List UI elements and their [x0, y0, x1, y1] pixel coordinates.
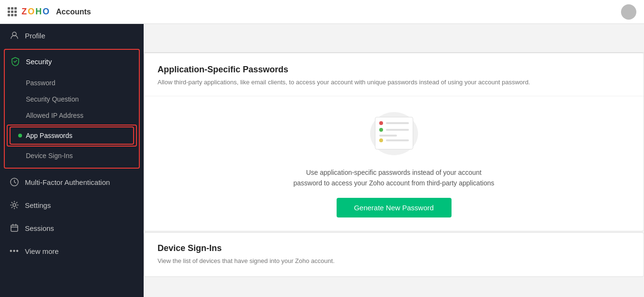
app-passwords-label: App Passwords — [26, 132, 72, 139]
device-signins-card: Device Sign-Ins View the list of devices… — [144, 232, 644, 277]
svg-point-2 — [13, 204, 16, 206]
sidebar: Profile Security Password Security Quest… — [0, 24, 144, 297]
device-signins-title: Device Sign-Ins — [158, 243, 630, 253]
active-dot — [18, 134, 22, 137]
avatar[interactable] — [621, 4, 636, 20]
sidebar-item-security-question[interactable]: Security Question — [5, 91, 139, 107]
topnav-left: ZOHO Accounts — [8, 7, 91, 17]
sidebar-item-profile[interactable]: Profile — [0, 24, 144, 47]
illustration — [365, 110, 423, 158]
settings-label: Settings — [25, 201, 51, 209]
card-body: Use application-specific passwords inste… — [144, 96, 644, 231]
grid-icon[interactable] — [8, 7, 17, 16]
sidebar-profile-label: Profile — [25, 32, 45, 40]
mfa-icon — [10, 177, 19, 187]
sessions-icon — [10, 223, 19, 233]
sidebar-item-app-passwords[interactable]: App Passwords — [10, 126, 134, 145]
app-title: Accounts — [56, 8, 91, 16]
sidebar-item-password[interactable]: Password — [5, 75, 139, 91]
security-section: Security Password Security Question Allo… — [4, 49, 140, 169]
card-description: Use application-specific passwords inste… — [294, 167, 495, 189]
sidebar-item-mfa[interactable]: Multi-Factor Authentication — [0, 171, 144, 194]
zoho-logo: ZOHO — [22, 7, 49, 17]
view-more-label: View more — [25, 247, 59, 255]
sessions-label: Sessions — [25, 224, 54, 232]
sidebar-item-security[interactable]: Security — [5, 50, 139, 73]
illus-doc — [375, 117, 413, 149]
sidebar-item-sessions[interactable]: Sessions — [0, 217, 144, 240]
card-subtitle: Allow third-party applications, like ema… — [158, 78, 630, 87]
shield-icon — [11, 57, 20, 66]
profile-icon — [10, 31, 19, 40]
top-strip — [144, 24, 644, 53]
mfa-label: Multi-Factor Authentication — [25, 178, 110, 186]
device-signins-subtitle: View the list of devices that have signe… — [158, 256, 630, 266]
svg-rect-3 — [11, 225, 18, 231]
layout: Profile Security Password Security Quest… — [0, 24, 644, 297]
generate-password-button[interactable]: Generate New Password — [337, 198, 452, 217]
device-card-header: Device Sign-Ins View the list of devices… — [144, 233, 644, 276]
sidebar-item-settings[interactable]: Settings — [0, 194, 144, 217]
more-icon: ••• — [10, 246, 19, 256]
sidebar-item-view-more[interactable]: ••• View more — [0, 240, 144, 263]
card-header: Application-Specific Passwords Allow thi… — [144, 53, 644, 96]
sidebar-item-allowed-ip[interactable]: Allowed IP Address — [5, 107, 139, 124]
security-label: Security — [26, 57, 52, 66]
app-passwords-card: Application-Specific Passwords Allow thi… — [144, 53, 644, 231]
settings-icon — [10, 200, 19, 210]
card-title: Application-Specific Passwords — [158, 65, 630, 75]
main-content: Application-Specific Passwords Allow thi… — [144, 24, 644, 297]
sidebar-item-device-signins[interactable]: Device Sign-Ins — [5, 148, 139, 164]
topnav: ZOHO Accounts — [0, 0, 644, 24]
security-sub-items: Password Security Question Allowed IP Ad… — [5, 73, 139, 168]
